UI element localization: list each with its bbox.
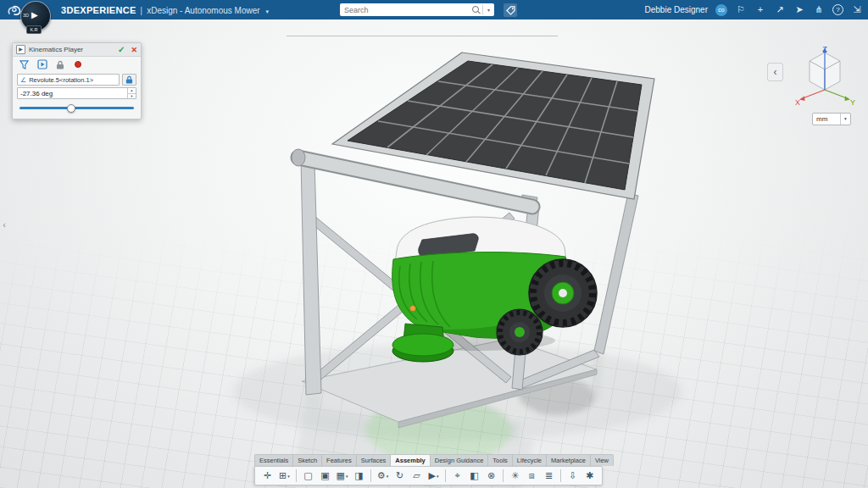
share-icon[interactable]: ↗ xyxy=(774,0,786,19)
lock-icon xyxy=(125,75,133,84)
3dexperience-compass[interactable]: 3D ▶ K.R xyxy=(19,1,56,36)
caret-down-icon: ▾ xyxy=(287,474,290,479)
rear-wheel xyxy=(529,259,597,327)
insert-component-icon: ⊞ xyxy=(279,468,287,484)
lock-icon[interactable] xyxy=(54,59,65,70)
axis-z-label: Z xyxy=(822,45,827,53)
mechanism-select[interactable]: ∠ Revolute.5<rotation.1> xyxy=(17,74,120,86)
units-select[interactable]: mm ▾ xyxy=(812,113,851,125)
search-options-caret-icon[interactable]: ▾ xyxy=(483,7,494,13)
tool-export-button[interactable]: ⇩ xyxy=(565,468,581,484)
user-status-badge[interactable]: co xyxy=(715,4,727,16)
tool-revolute-joint-button[interactable]: ↻ xyxy=(392,468,408,484)
caret-down-icon: ▾ xyxy=(387,474,389,479)
tool-mirror-button[interactable]: ◨ xyxy=(351,468,367,484)
mirror-icon: ◨ xyxy=(354,468,363,484)
tab-sketch[interactable]: Sketch xyxy=(293,455,322,466)
send-icon[interactable]: ➤ xyxy=(793,0,805,19)
tool-new-3d-part-button[interactable]: ▢ xyxy=(300,468,316,484)
tab-features[interactable]: Features xyxy=(322,455,357,466)
chevron-down-icon[interactable]: ▾ xyxy=(266,8,270,15)
community-icon[interactable]: ⋔ xyxy=(813,0,825,19)
units-value: mm xyxy=(813,115,840,123)
record-icon[interactable] xyxy=(72,59,83,70)
previous-view-button[interactable]: ‹ xyxy=(767,63,783,81)
mechanism-row: ∠ Revolute.5<rotation.1> xyxy=(17,74,136,86)
view-cube[interactable]: Z X Y xyxy=(791,44,859,114)
tool-settings-button[interactable]: ✱ xyxy=(581,468,598,484)
tab-surfaces[interactable]: Surfaces xyxy=(357,455,392,466)
user-name[interactable]: Debbie Designer xyxy=(645,5,709,14)
clash-icon: ⊗ xyxy=(487,468,495,484)
stepper-down-icon[interactable]: ▾ xyxy=(128,93,136,99)
tool-measure-button[interactable]: ⌖ xyxy=(449,468,465,484)
tab-marketplace[interactable]: Marketplace xyxy=(547,455,591,466)
export-icon: ⇩ xyxy=(569,468,576,484)
tool-snapshot-button[interactable]: ⧈ xyxy=(524,468,540,484)
tool-section-button[interactable]: ◧ xyxy=(466,468,482,484)
front-wheel xyxy=(497,309,542,355)
top-right-cluster: Debbie Designer co ⚐ + ↗ ➤ ⋔ ? ⇲ xyxy=(645,0,864,19)
filter-icon[interactable] xyxy=(19,59,30,70)
angle-row: -27.36 deg ▴ ▾ xyxy=(17,87,136,99)
slider-track[interactable] xyxy=(19,107,134,109)
application-window: ‹ 3DEXPERIENCE | xDesign - Autonomous Mo… xyxy=(0,0,868,488)
tool-new-assembly-button[interactable]: ▣ xyxy=(317,468,333,484)
revolute-joint-icon: ↻ xyxy=(396,468,403,484)
tag-icon xyxy=(506,6,515,15)
compass-play-icon[interactable]: ▶ xyxy=(31,10,38,19)
tool-planar-joint-button[interactable]: ▱ xyxy=(409,468,425,484)
kinematics-slider-handle[interactable] xyxy=(67,104,75,113)
angle-slider[interactable] xyxy=(19,101,134,114)
angle-value: -27.36 deg xyxy=(18,90,127,97)
kinematics-player-header[interactable]: ▶ Kinematics Player ✓ ✕ xyxy=(13,43,141,57)
play-simulation-icon[interactable] xyxy=(36,59,47,70)
compass-user-initials: K.R xyxy=(26,25,42,34)
angle-stepper: ▴ ▾ xyxy=(127,88,136,98)
close-icon[interactable]: ✕ xyxy=(131,46,137,54)
engineering-connection-icon: ⚙ xyxy=(377,468,386,484)
section-icon: ◧ xyxy=(470,468,478,484)
tool-explode-button[interactable]: ✳ xyxy=(507,468,523,484)
tab-essentials[interactable]: Essentials xyxy=(255,455,293,466)
explode-icon: ✳ xyxy=(511,468,519,484)
tab-view[interactable]: View xyxy=(591,455,613,466)
app-title[interactable]: xDesign - Autonomous Mower xyxy=(147,6,259,15)
axis-y-label: Y xyxy=(850,98,855,107)
toolbar-divider xyxy=(296,469,297,482)
action-bar-tools: ✛ ⊞▾ ▢ ▣ ▦▾ ◨ ⚙▾ ↻ ▱ ▶▾ ⌖ ◧ ⊗ ✳ ⧈ ≣ ⇩ ✱ xyxy=(254,466,603,485)
new-3d-part-icon: ▢ xyxy=(303,468,312,484)
brand-name: 3DEXPERIENCE xyxy=(61,5,136,15)
tab-lifecycle[interactable]: Lifecycle xyxy=(513,455,547,466)
tool-manipulators-button[interactable]: ✛ xyxy=(259,468,275,484)
toolbar-divider xyxy=(370,469,371,482)
tool-kinematics-player-button[interactable]: ▶▾ xyxy=(426,468,442,484)
planar-joint-icon: ▱ xyxy=(413,468,420,484)
tool-bom-button[interactable]: ≣ xyxy=(541,468,557,484)
tab-design-guidance[interactable]: Design Guidance xyxy=(431,455,489,466)
search-icon[interactable] xyxy=(470,4,482,16)
help-icon[interactable]: ? xyxy=(832,4,843,15)
tab-tools[interactable]: Tools xyxy=(488,455,513,466)
tool-pattern-button[interactable]: ▦▾ xyxy=(334,468,350,484)
panel-title: Kinematics Player xyxy=(29,46,114,53)
confirm-icon[interactable]: ✓ xyxy=(118,45,125,54)
design-tree-expand-button[interactable]: ‹ xyxy=(0,219,8,230)
lock-joint-button[interactable] xyxy=(122,74,136,86)
tab-assembly[interactable]: Assembly xyxy=(391,455,430,466)
add-icon[interactable]: + xyxy=(754,0,766,19)
search-input[interactable] xyxy=(340,6,470,14)
measure-icon: ⌖ xyxy=(454,468,459,484)
fullscreen-icon[interactable]: ⇲ xyxy=(851,0,863,19)
kinematics-player-panel: ▶ Kinematics Player ✓ ✕ ∠ Revolute.5<rot… xyxy=(12,42,142,119)
manipulators-icon: ✛ xyxy=(264,468,271,484)
tool-engineering-connection-button[interactable]: ⚙▾ xyxy=(375,468,391,484)
tool-insert-component-button[interactable]: ⊞▾ xyxy=(276,468,292,484)
tool-clash-button[interactable]: ⊗ xyxy=(483,468,499,484)
units-caret-icon: ▾ xyxy=(840,114,850,125)
angle-input[interactable]: -27.36 deg ▴ ▾ xyxy=(17,87,136,99)
settings-icon: ✱ xyxy=(586,468,593,484)
toolbar-divider xyxy=(560,469,561,482)
6wtags-button[interactable] xyxy=(504,3,517,17)
bookmark-icon[interactable]: ⚐ xyxy=(735,0,747,19)
